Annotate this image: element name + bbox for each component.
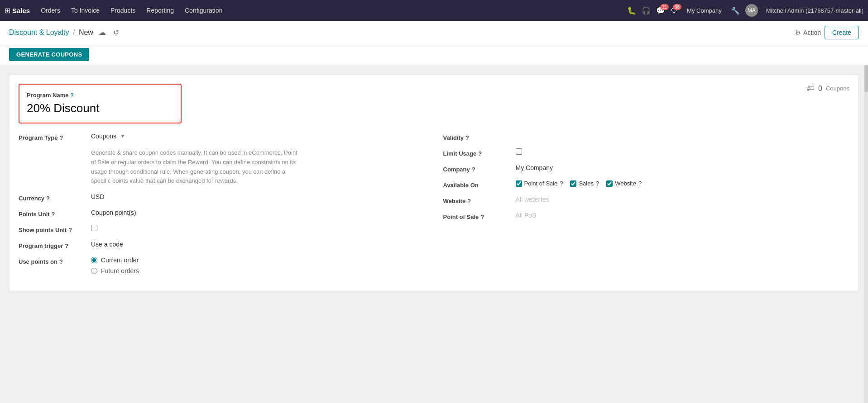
generate-coupons-button[interactable]: GENERATE COUPONS [9,48,89,61]
user-name[interactable]: Mitchell Admin (21768757-master-all) [766,7,863,14]
points-unit-label: Points Unit ? [19,209,86,218]
program-type-help-icon[interactable]: ? [59,134,63,141]
sales-help-icon[interactable]: ? [596,180,599,187]
points-unit-help-icon[interactable]: ? [52,211,55,218]
main-content: 🏷 0 Coupons Program Name ? 20% Discount … [0,65,868,403]
available-on-pos: Point of Sale ? [516,180,563,187]
coupons-label: Coupons [826,85,849,92]
currency-value[interactable]: USD [91,193,425,200]
coupons-badge[interactable]: 🏷 0 Coupons [806,84,849,93]
website-row: Website ? All websites [443,196,850,204]
bug-icon[interactable]: 🐛 [627,6,636,15]
app-name[interactable]: Sales [12,7,30,14]
action-label: Action [803,29,821,36]
form-right-col: Validity ? Limit Usage ? [443,133,850,282]
program-name-label: Program Name ? [27,92,173,99]
nav-configuration[interactable]: Configuration [180,4,227,17]
nav-icons: 🐛 🎧 💬11 ⏱38 My Company 🔧 MA Mitchell Adm… [627,4,863,17]
website-row-help-icon[interactable]: ? [467,198,471,204]
program-type-row: Program Type ? Coupons ▼ [19,133,425,141]
nav-reporting[interactable]: Reporting [142,4,178,17]
use-points-radio-group: Current order Future orders [91,256,425,275]
points-unit-value[interactable]: Coupon point(s) [91,209,425,216]
chat-icon[interactable]: 💬11 [656,6,665,15]
nav-to-invoice[interactable]: To Invoice [67,4,104,17]
clock-icon[interactable]: ⏱38 [671,6,678,14]
limit-usage-row: Limit Usage ? [443,148,850,157]
chat-badge: 11 [660,4,669,10]
company-row: Company ? My Company [443,164,850,173]
website-help-icon[interactable]: ? [638,180,642,187]
company-name[interactable]: My Company [687,7,722,14]
show-points-help-icon[interactable]: ? [68,227,72,233]
validity-row: Validity ? [443,133,850,141]
show-points-unit-checkbox[interactable] [91,225,425,232]
program-name-help-icon[interactable]: ? [70,92,73,99]
nav-orders[interactable]: Orders [36,4,65,17]
breadcrumb-bar: Discount & Loyalty / New ☁ ↺ ⚙ Action Cr… [0,21,868,44]
available-on-items: Point of Sale ? Sales ? Website [516,180,850,187]
validity-help-icon[interactable]: ? [465,134,469,141]
breadcrumb-parent[interactable]: Discount & Loyalty [9,28,69,36]
program-type-description: Generate & share coupon codes manually. … [91,148,299,186]
form-card: 🏷 0 Coupons Program Name ? 20% Discount … [9,74,859,291]
available-on-sales-checkbox[interactable] [570,180,576,187]
company-help-icon[interactable]: ? [472,166,475,173]
program-trigger-row: Program trigger ? Use a code [19,241,425,249]
available-on-pos-checkbox[interactable] [516,180,522,187]
currency-help-icon[interactable]: ? [46,195,50,202]
action-bar: GENERATE COUPONS [0,44,868,65]
use-points-future-radio[interactable] [91,268,97,274]
limit-usage-label: Limit Usage ? [443,148,511,157]
form-left-col: Program Type ? Coupons ▼ Generate & shar… [19,133,425,282]
use-points-current-option[interactable]: Current order [91,256,425,264]
wrench-icon[interactable]: 🔧 [731,6,740,15]
clock-badge: 38 [673,4,681,10]
pos-row-help-icon[interactable]: ? [480,213,484,220]
use-points-on-label: Use points on ? [19,256,86,265]
available-on-row: Available On Point of Sale ? Sales [443,180,850,189]
show-points-unit-input[interactable] [91,225,97,231]
grid-icon[interactable] [5,6,10,15]
show-points-unit-row: Show points Unit ? [19,225,425,233]
scrollbar-thumb[interactable] [864,65,868,92]
validity-label: Validity ? [443,133,511,141]
program-type-value[interactable]: Coupons ▼ [91,133,425,140]
limit-usage-checkbox[interactable] [516,148,850,156]
breadcrumb-separator: / [73,28,75,36]
use-points-on-row: Use points on ? Current order Future ord… [19,256,425,275]
create-button[interactable]: Create [825,26,859,39]
program-trigger-label: Program trigger ? [19,241,86,249]
program-type-caret[interactable]: ▼ [120,133,125,139]
tag-icon: 🏷 [806,84,815,93]
use-points-help-icon[interactable]: ? [59,258,63,265]
available-on-website-checkbox[interactable] [606,180,613,187]
website-label: Website ? [443,196,511,204]
avatar[interactable]: MA [745,4,758,17]
points-unit-row: Points Unit ? Coupon point(s) [19,209,425,218]
limit-usage-input[interactable] [516,148,522,155]
scrollbar-track [864,65,868,403]
point-of-sale-row: Point of Sale ? All PoS [443,212,850,220]
breadcrumb-current: New [79,28,93,36]
discard-button[interactable]: ↺ [111,26,121,38]
top-navigation: Sales Orders To Invoice Products Reporti… [0,0,868,21]
program-trigger-help-icon[interactable]: ? [65,242,68,249]
program-trigger-value[interactable]: Use a code [91,241,425,248]
website-value[interactable]: All websites [516,196,850,203]
point-of-sale-value[interactable]: All PoS [516,212,850,219]
company-value[interactable]: My Company [516,164,850,171]
program-name-value[interactable]: 20% Discount [27,101,173,115]
pos-help-icon[interactable]: ? [560,180,563,187]
breadcrumb: Discount & Loyalty / New [9,28,93,37]
available-on-options: Point of Sale ? Sales ? Website [516,180,850,187]
save-cloud-button[interactable]: ☁ [97,26,108,38]
headset-icon[interactable]: 🎧 [642,6,651,15]
use-points-current-radio[interactable] [91,257,97,263]
form-two-col: Program Type ? Coupons ▼ Generate & shar… [19,133,849,282]
action-button[interactable]: ⚙ Action [795,29,821,36]
available-on-label: Available On [443,180,511,189]
nav-products[interactable]: Products [106,4,140,17]
use-points-future-option[interactable]: Future orders [91,267,425,275]
limit-usage-help-icon[interactable]: ? [478,150,482,157]
